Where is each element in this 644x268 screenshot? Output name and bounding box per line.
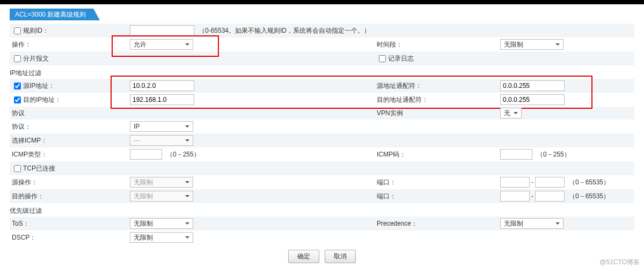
dst-op-select[interactable]: 无限制 [130,191,193,202]
chevron-down-icon [185,222,189,225]
protocol-select[interactable]: IP [130,121,193,132]
section-priority: 优先级过滤 [10,204,634,217]
src-port-label: 端口： [377,178,396,187]
operation-value: 允许 [134,40,147,49]
footer-buttons: 确定 取消 [10,247,634,264]
chevron-down-icon [555,222,560,225]
row-fragment-log: 分片报文 记录日志 [10,51,634,65]
cancel-button[interactable]: 取消 [325,250,356,263]
row-dst-ip: 目的IP地址： 目的地址通配符： [10,93,634,107]
dscp-label: DSCP： [12,233,36,242]
page-title: ACL=3000 新建高级规则 [15,11,86,18]
dscp-select[interactable]: 无限制 [130,232,193,243]
icmp-type-input[interactable] [130,149,162,160]
dst-wild-label: 目的地址通配符： [377,95,428,105]
icmp-select-value: --- [134,137,140,144]
top-black-bar [0,0,644,4]
dst-ip-input[interactable] [130,94,194,105]
dst-op-value: 无限制 [134,192,153,201]
precedence-value: 无限制 [504,219,523,228]
src-port-hint: （0－65535） [569,178,610,187]
precedence-select[interactable]: 无限制 [500,218,564,229]
src-op-label: 源操作： [12,178,38,187]
src-wild-input[interactable] [500,80,565,91]
dash-separator: - [531,192,533,200]
ok-button[interactable]: 确定 [288,250,319,263]
icmp-type-hint: （0－255） [166,150,200,159]
row-operation: 操作： 允许 时间段： 无限制 [10,38,634,51]
dscp-value: 无限制 [134,233,153,242]
dst-port-hint: （0－65535） [569,192,610,201]
row-protocol: 协议： IP [10,120,634,133]
dash-separator: - [531,178,533,186]
src-op-select[interactable]: 无限制 [130,177,193,188]
operation-select[interactable]: 允许 [130,39,193,50]
row-icmp-select: 选择ICMP： --- [10,133,634,147]
fragment-checkbox[interactable] [14,55,21,62]
src-ip-checkbox[interactable] [14,83,21,90]
vpn-select[interactable]: 无 [500,108,522,118]
row-icmp-type-code: ICMP类型： （0－255） ICMP码： （0－255） [10,147,634,161]
chevron-down-icon [185,195,189,197]
row-tcp-established: TCP已连接 [10,161,634,175]
row-protocol-section: 协议 VPN实例 无 [10,107,634,120]
icmp-select-label: 选择ICMP： [12,136,47,145]
page-title-tab: ACL=3000 新建高级规则 [10,9,93,20]
src-ip-label: 源IP地址： [23,81,55,91]
section-protocol: 协议 [12,109,25,118]
icmp-code-label: ICMP码： [377,150,406,159]
chevron-down-icon [555,43,560,46]
timerange-label: 时间段： [377,40,402,49]
chevron-down-icon [185,181,189,183]
row-dscp: DSCP： 无限制 [10,230,634,244]
dst-port-label: 端口： [377,192,396,201]
protocol-value: IP [134,123,140,130]
dst-ip-label: 目的IP地址： [23,95,61,105]
icmp-type-label: ICMP类型： [12,150,47,159]
chevron-down-icon [185,43,189,46]
dst-wild-input[interactable] [500,94,565,105]
chevron-down-icon [514,112,518,114]
tos-value: 无限制 [134,219,153,228]
chevron-down-icon [185,139,189,142]
timerange-value: 无限制 [504,40,523,49]
protocol-label: 协议： [12,122,31,131]
row-rule-id: 规则ID： （0-65534。如果不输入规则ID，系统将会自动指定一个。） [10,24,634,38]
tcp-established-checkbox[interactable] [14,165,21,172]
timerange-select[interactable]: 无限制 [500,39,564,50]
fragment-label: 分片报文 [23,54,49,63]
precedence-label: Precedence： [377,219,418,228]
vpn-label: VPN实例 [377,109,403,118]
row-dst-op: 目的操作： 无限制 端口： - （0－65535） [10,189,634,203]
row-tos-precedence: ToS： 无限制 Precedence： 无限制 [10,217,634,230]
log-label: 记录日志 [388,54,414,63]
tcp-established-label: TCP已连接 [23,164,55,173]
src-wild-label: 源地址通配符： [377,81,422,91]
log-checkbox[interactable] [379,55,386,62]
src-ip-input[interactable] [130,80,194,91]
operation-label: 操作： [12,40,31,49]
chevron-down-icon [185,236,189,239]
dst-port-to[interactable] [535,191,565,202]
rule-id-label: 规则ID： [23,26,49,35]
row-src-op: 源操作： 无限制 端口： - （0－65535） [10,175,634,189]
chevron-down-icon [185,125,189,128]
src-op-value: 无限制 [134,178,153,187]
section-ip-filter: IP地址过滤 [10,66,634,79]
icmp-code-input[interactable] [500,149,532,160]
vpn-value: 无 [504,109,510,118]
row-src-ip: 源IP地址： 源地址通配符： [10,79,634,93]
tos-select[interactable]: 无限制 [130,218,193,229]
dst-port-from[interactable] [500,191,530,202]
tos-label: ToS： [12,219,30,228]
src-port-from[interactable] [500,177,530,188]
rule-id-hint: （0-65534。如果不输入规则ID，系统将会自动指定一个。） [199,26,370,35]
dst-ip-checkbox[interactable] [14,96,21,103]
rule-id-checkbox[interactable] [14,27,21,34]
src-port-to[interactable] [535,177,565,188]
icmp-code-hint: （0－255） [537,150,570,159]
watermark: @51CTO博客 [599,258,640,267]
icmp-select[interactable]: --- [130,135,193,146]
rule-id-input[interactable] [130,25,194,36]
dst-op-label: 目的操作： [12,192,44,201]
